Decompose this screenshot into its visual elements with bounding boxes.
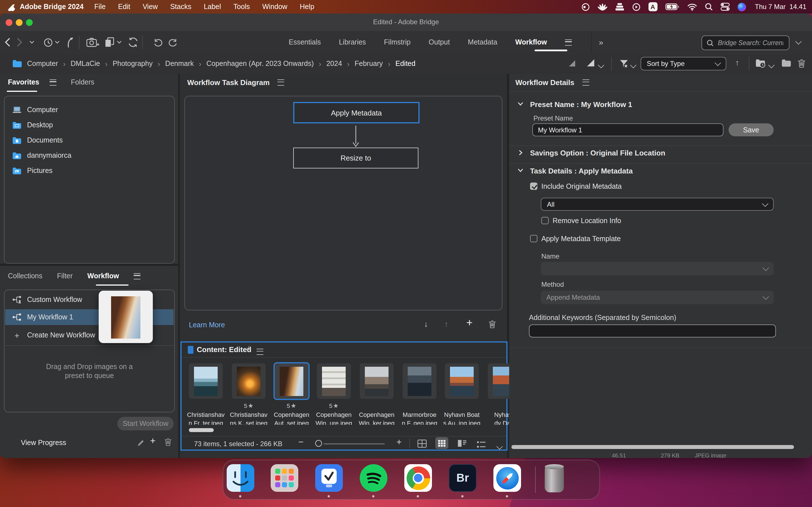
tab-filter[interactable]: Filter [57, 272, 73, 280]
thumbnail-rating[interactable]: 5★ [274, 402, 308, 409]
preset-name-input[interactable] [532, 123, 723, 136]
recent-folders-dropdown-icon[interactable] [769, 62, 774, 70]
content-expand-chevron-icon[interactable] [497, 442, 502, 452]
drag-preview-card[interactable] [99, 291, 153, 343]
siri-icon[interactable] [737, 3, 746, 11]
panel-horizontal-scrollbar[interactable] [511, 445, 794, 449]
tab-filmstrip[interactable]: Filmstrip [384, 38, 410, 46]
breadcrumb-photography[interactable]: Photography [112, 60, 153, 68]
include-original-metadata-checkbox[interactable] [530, 182, 538, 190]
zoom-out-icon[interactable]: − [298, 437, 304, 447]
thumbnail-rating[interactable]: 5★ [232, 402, 266, 409]
nav-dropdown-icon[interactable] [29, 31, 35, 54]
view-progress-link[interactable]: View Progress [21, 439, 66, 447]
menu-tools[interactable]: Tools [234, 3, 250, 11]
tab-libraries[interactable]: Libraries [339, 38, 366, 46]
back-icon[interactable] [4, 31, 10, 54]
dock-trash-icon[interactable] [543, 463, 566, 495]
grid-view-icon[interactable] [417, 439, 427, 450]
menu-window[interactable]: Window [262, 3, 287, 11]
peacock-icon[interactable] [598, 3, 607, 11]
thumbnail-cell[interactable] [232, 363, 266, 399]
favorites-item-desktop[interactable]: Desktop [12, 118, 174, 132]
tab-essentials[interactable]: Essentials [289, 38, 321, 46]
undo-icon[interactable] [153, 31, 163, 54]
dock-things-icon[interactable] [315, 464, 343, 492]
search-scope-chevron-icon[interactable] [796, 31, 801, 54]
thumbnail-cell[interactable] [403, 363, 437, 399]
breadcrumb-copenhagen[interactable]: Copenhagen (Apr. 2023 Onwards) [206, 60, 314, 68]
control-center-icon[interactable] [720, 3, 729, 11]
edit-preset-icon[interactable] [137, 439, 144, 449]
workflow-diagram-canvas[interactable]: Apply Metadata Resize to [185, 96, 502, 311]
breadcrumb-computer[interactable]: Computer [27, 60, 58, 68]
move-task-down-icon[interactable]: ↓ [424, 320, 428, 328]
screen-record-icon[interactable] [581, 3, 590, 11]
recent-folders-icon[interactable] [756, 59, 766, 70]
favorites-panel-menu-icon[interactable] [49, 79, 56, 86]
method-dropdown[interactable]: Append Metadata [541, 291, 774, 304]
task-section-header[interactable]: Task Details : Apply Metadata [530, 167, 633, 175]
delete-icon[interactable] [797, 59, 806, 70]
spotlight-icon[interactable] [705, 3, 712, 11]
play-circle-icon[interactable] [632, 3, 640, 11]
dock-adobe-bridge-icon[interactable]: Br [449, 464, 476, 492]
breadcrumb-denmark[interactable]: Denmark [165, 60, 194, 68]
diagram-node-resize-to[interactable]: Resize to [293, 148, 418, 168]
delete-task-icon[interactable] [488, 320, 496, 331]
breadcrumb-2024[interactable]: 2024 [326, 60, 342, 68]
diagram-node-apply-metadata[interactable]: Apply Metadata [293, 102, 419, 123]
boomerang-icon[interactable] [66, 31, 73, 54]
details-view-icon[interactable] [457, 439, 467, 450]
copy-dropdown-icon[interactable] [117, 31, 122, 54]
learn-more-link[interactable]: Learn More [189, 321, 225, 329]
horizontal-scrollbar-thumb[interactable] [189, 428, 214, 432]
dock-safari-icon[interactable] [493, 464, 521, 492]
zoom-slider-knob[interactable] [315, 440, 322, 447]
refresh-icon[interactable] [128, 31, 138, 54]
tab-output[interactable]: Output [428, 38, 450, 46]
breadcrumb-dmlacie[interactable]: DMLaCie [70, 60, 100, 68]
history-icon[interactable] [43, 31, 54, 54]
dock-launchpad-icon[interactable] [271, 464, 298, 492]
breadcrumb-february[interactable]: February [355, 60, 383, 68]
move-task-up-icon[interactable]: ↑ [444, 320, 448, 328]
start-workflow-button[interactable]: Start Workflow [117, 417, 174, 431]
tab-favorites[interactable]: Favorites [8, 78, 39, 86]
menu-help[interactable]: Help [300, 3, 314, 11]
battery-charging-icon[interactable] [665, 3, 679, 10]
zoom-in-icon[interactable]: + [396, 437, 402, 447]
thumbnail-view-icon-active[interactable] [435, 437, 448, 449]
remove-location-info-checkbox[interactable] [541, 217, 549, 224]
template-name-dropdown[interactable] [541, 262, 774, 276]
menu-label[interactable]: Label [204, 3, 221, 11]
workflow-panel-menu-icon[interactable] [134, 273, 140, 279]
tab-workflow[interactable]: Workflow [515, 38, 547, 46]
menu-file[interactable]: File [94, 3, 105, 11]
save-button[interactable]: Save [728, 123, 774, 136]
thumbnail-cell-selected[interactable] [274, 363, 308, 399]
thumbnail-cell[interactable] [317, 363, 351, 399]
content-add-icon[interactable]: + [246, 343, 252, 353]
additional-keywords-input[interactable] [529, 325, 776, 337]
adobe-a-icon[interactable]: A [648, 2, 657, 11]
favorites-item-home[interactable]: dannymaiorca [12, 149, 174, 162]
menu-app-name[interactable]: Adobe Bridge 2024 [20, 3, 84, 11]
add-task-icon[interactable]: + [466, 317, 472, 329]
breadcrumb-edited[interactable]: Edited [396, 60, 416, 68]
forward-icon[interactable] [17, 31, 22, 54]
diagram-panel-menu-icon[interactable] [277, 79, 284, 86]
apple-menu-icon[interactable] [8, 3, 15, 11]
details-panel-menu-icon[interactable] [582, 79, 589, 86]
stage-manager-icon[interactable] [615, 3, 624, 11]
search-input-container[interactable] [702, 36, 790, 50]
savings-section-header[interactable]: Savings Option : Original File Location [530, 149, 665, 157]
more-workspaces-icon[interactable]: » [599, 31, 603, 54]
panel-divider[interactable] [0, 264, 178, 266]
wifi-icon[interactable] [687, 3, 697, 10]
preset-section-header[interactable]: Preset Name : My Workflow 1 [530, 100, 632, 109]
quality-dropdown-icon[interactable] [599, 62, 603, 70]
tab-metadata[interactable]: Metadata [468, 38, 497, 46]
dock-finder-icon[interactable] [227, 464, 254, 492]
menu-edit[interactable]: Edit [118, 3, 130, 11]
